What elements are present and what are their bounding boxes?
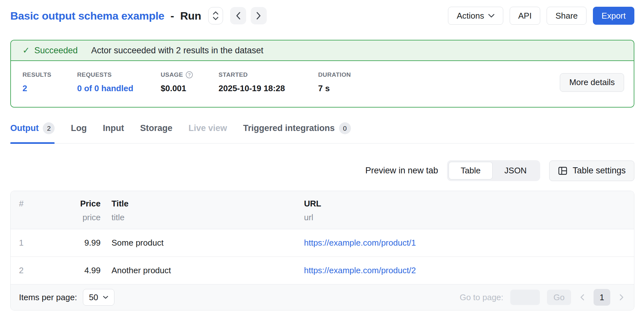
top-bar: Basic output schema example - Run	[0, 0, 644, 25]
next-page-button[interactable]	[617, 294, 626, 301]
run-status-card: ✓ Succeeded Actor succeeded with 2 resul…	[10, 40, 634, 108]
up-down-chevron-icon	[212, 11, 219, 21]
stat-duration: DURATION 7 s	[318, 71, 351, 93]
column-header-title: Title title	[101, 199, 293, 222]
go-to-page-label: Go to page:	[460, 292, 503, 302]
chevron-down-icon	[103, 296, 108, 299]
stat-results: RESULTS 2	[22, 71, 77, 93]
chevron-left-icon	[580, 294, 585, 301]
column-header-price: Price price	[56, 199, 101, 222]
status-state-label: Succeeded	[34, 46, 78, 56]
results-table: # Price price Title title URL url 1 9.99…	[10, 191, 634, 310]
export-button[interactable]: Export	[593, 7, 634, 25]
column-price-key: price	[56, 213, 101, 222]
go-button[interactable]: Go	[547, 290, 571, 305]
stat-usage-label: USAGE ?	[161, 71, 219, 78]
tab-log[interactable]: Log	[71, 123, 86, 142]
column-title-key: title	[112, 213, 293, 222]
check-icon: ✓	[22, 45, 30, 56]
pagination-controls: Go to page: Go 1	[460, 289, 626, 306]
stat-started: STARTED 2025-10-19 18:28	[219, 71, 318, 93]
run-tabs: Output 2 Log Input Storage Live view Tri…	[10, 122, 634, 144]
row-2-url-link[interactable]: https://example.com/product/2	[304, 266, 416, 275]
tab-output[interactable]: Output 2	[10, 122, 55, 143]
row-1-title: Some product	[101, 238, 293, 248]
table-grid-icon	[558, 166, 568, 176]
chevron-right-icon	[619, 294, 624, 301]
column-index-title: #	[19, 199, 56, 209]
chevron-right-icon	[256, 12, 261, 20]
tab-storage[interactable]: Storage	[140, 123, 173, 142]
column-title-title: Title	[112, 199, 293, 209]
table-footer: Items per page: 50 Go to page: Go	[11, 284, 634, 310]
export-button-label: Export	[602, 11, 626, 21]
run-stats: RESULTS 2 REQUESTS 0 of 0 handled USAGE …	[11, 61, 634, 107]
tab-output-badge: 2	[43, 122, 55, 134]
row-2-price: 4.99	[56, 266, 101, 275]
more-details-wrap: More details	[560, 73, 624, 92]
items-per-page-label: Items per page:	[19, 292, 77, 302]
table-settings-button[interactable]: Table settings	[549, 161, 634, 181]
previous-run-button[interactable]	[230, 7, 246, 24]
actions-button-label: Actions	[457, 11, 484, 21]
column-price-title: Price	[56, 199, 101, 209]
table-header-row: # Price price Title title URL url	[11, 191, 634, 229]
column-url-key: url	[304, 213, 634, 222]
run-selector-button[interactable]	[208, 7, 223, 24]
tab-log-label: Log	[71, 123, 86, 133]
row-2-url-cell: https://example.com/product/2	[293, 266, 634, 275]
current-page-button[interactable]: 1	[594, 289, 610, 306]
preview-in-new-tab-link[interactable]: Preview in new tab	[365, 166, 438, 176]
items-per-page-select[interactable]: 50	[83, 289, 114, 306]
question-circle-icon[interactable]: ?	[186, 71, 193, 78]
stat-requests-label: REQUESTS	[77, 71, 161, 78]
top-actions: Actions API Share Export	[448, 7, 634, 25]
previous-page-button[interactable]	[578, 294, 586, 301]
title-run-label: Run	[180, 10, 201, 22]
api-button[interactable]: API	[510, 7, 541, 25]
tab-storage-label: Storage	[140, 123, 173, 133]
tab-input-label: Input	[103, 123, 124, 133]
more-details-label: More details	[569, 77, 615, 87]
stat-started-label: STARTED	[219, 71, 318, 78]
tab-triggered-integrations-label: Triggered integrations	[243, 123, 335, 133]
next-run-button[interactable]	[251, 7, 267, 24]
title-separator: -	[171, 10, 174, 22]
tab-triggered-integrations-badge: 0	[339, 122, 351, 134]
table-settings-label: Table settings	[573, 166, 626, 176]
row-1-url-cell: https://example.com/product/1	[293, 238, 634, 248]
row-1-index: 1	[11, 238, 56, 248]
stat-results-label: RESULTS	[22, 71, 77, 78]
actions-dropdown-button[interactable]: Actions	[448, 7, 503, 25]
view-mode-table-option[interactable]: Table	[449, 162, 492, 179]
view-mode-toggle: Table JSON	[447, 160, 540, 181]
run-detail-page: Basic output schema example - Run	[0, 0, 644, 314]
stat-usage-label-text: USAGE	[161, 71, 183, 78]
status-banner: ✓ Succeeded Actor succeeded with 2 resul…	[11, 40, 634, 61]
tab-input[interactable]: Input	[103, 123, 124, 142]
column-header-url: URL url	[293, 199, 634, 222]
api-button-label: API	[518, 11, 532, 21]
stat-started-value: 2025-10-19 18:28	[219, 83, 318, 93]
share-button[interactable]: Share	[547, 7, 586, 25]
stat-requests: REQUESTS 0 of 0 handled	[77, 71, 161, 93]
row-1-price: 9.99	[56, 238, 101, 248]
chevron-down-icon	[488, 14, 495, 18]
row-1-url-link[interactable]: https://example.com/product/1	[304, 238, 416, 248]
view-mode-json-option[interactable]: JSON	[493, 162, 539, 179]
tab-triggered-integrations[interactable]: Triggered integrations 0	[243, 122, 351, 143]
stat-results-value[interactable]: 2	[22, 83, 77, 93]
tab-live-view-label: Live view	[188, 123, 227, 133]
status-message: Actor succeeded with 2 results in the da…	[91, 46, 264, 56]
actor-title-link[interactable]: Basic output schema example	[10, 10, 164, 22]
chevron-left-icon	[236, 12, 241, 20]
more-details-button[interactable]: More details	[560, 73, 624, 92]
stat-requests-value[interactable]: 0 of 0 handled	[77, 83, 161, 93]
column-url-title: URL	[304, 199, 634, 209]
go-to-page-input[interactable]	[510, 290, 540, 305]
stat-usage-value: $0.001	[161, 83, 219, 93]
tab-output-label: Output	[10, 123, 39, 133]
row-2-index: 2	[11, 266, 56, 275]
page-title: Basic output schema example - Run	[10, 10, 201, 22]
table-row: 1 9.99 Some product https://example.com/…	[11, 229, 634, 257]
